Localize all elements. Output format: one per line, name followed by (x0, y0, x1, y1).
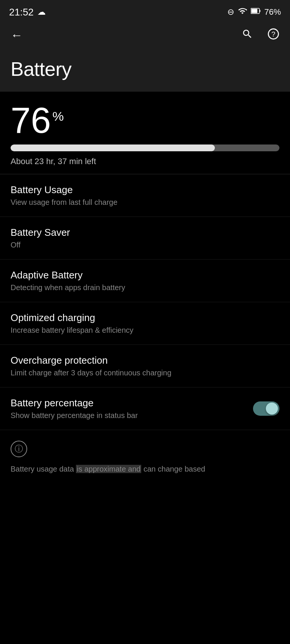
battery-usage-title: Battery Usage (11, 184, 279, 196)
battery-percentage-status: 76% (264, 7, 281, 17)
svg-rect-1 (251, 9, 257, 13)
battery-percentage-text: Battery percentage Show battery percenta… (11, 397, 253, 420)
page-title-area: Battery (0, 50, 290, 92)
battery-number-display: 76 % (11, 102, 279, 138)
battery-saver-title: Battery Saver (11, 227, 279, 238)
battery-usage-subtitle: View usage from last full charge (11, 198, 279, 207)
battery-big-number: 76 (11, 102, 51, 138)
battery-saver-subtitle: Off (11, 241, 279, 249)
battery-saver-item[interactable]: Battery Saver Off (0, 217, 290, 260)
battery-percentage-subtitle: Show battery percentage in status bar (11, 411, 253, 420)
info-footer: ⓘ Battery usage data is approximate and … (0, 430, 290, 482)
overcharge-protection-subtitle: Limit charge after 3 days of continuous … (11, 369, 279, 377)
battery-percentage-title: Battery percentage (11, 397, 253, 409)
optimized-charging-subtitle: Increase battery lifespan & efficiency (11, 326, 279, 335)
status-left: 21:52 ☁ (9, 6, 46, 18)
info-text-after: can change based (141, 465, 205, 473)
adaptive-battery-item[interactable]: Adaptive Battery Detecting when apps dra… (0, 260, 290, 302)
battery-percent-sign: % (52, 109, 64, 124)
info-text-before: Battery usage data (11, 465, 76, 473)
info-icon: ⓘ (11, 441, 27, 457)
info-footer-text: Battery usage data is approximate and ca… (11, 463, 279, 475)
adaptive-battery-title: Adaptive Battery (11, 269, 279, 281)
battery-progress-bar (11, 144, 279, 151)
overcharge-protection-item[interactable]: Overcharge protection Limit charge after… (0, 345, 290, 387)
content-area: 76 % About 23 hr, 37 min left Battery Us… (0, 92, 290, 482)
help-button[interactable]: ? (266, 26, 281, 44)
wifi-icon (238, 6, 247, 18)
battery-display: 76 % About 23 hr, 37 min left (0, 92, 290, 174)
page-title: Battery (11, 58, 279, 80)
overcharge-protection-title: Overcharge protection (11, 355, 279, 366)
toggle-knob (266, 403, 278, 415)
cloud-icon: ☁ (37, 7, 46, 17)
battery-icon (251, 6, 261, 18)
adaptive-battery-subtitle: Detecting when apps drain battery (11, 283, 279, 292)
status-right: ⊖ 76% (227, 6, 281, 18)
battery-progress-fill (11, 144, 215, 151)
svg-rect-2 (259, 10, 260, 12)
optimized-charging-item[interactable]: Optimized charging Increase battery life… (0, 302, 290, 345)
top-navigation-bar: ← ? (0, 23, 290, 50)
battery-percentage-toggle[interactable] (253, 401, 279, 416)
back-button[interactable]: ← (9, 27, 24, 44)
info-text-highlighted: is approximate and (76, 465, 141, 473)
optimized-charging-title: Optimized charging (11, 312, 279, 324)
do-not-disturb-icon: ⊖ (227, 7, 234, 17)
battery-usage-item[interactable]: Battery Usage View usage from last full … (0, 174, 290, 217)
svg-text:?: ? (271, 30, 275, 38)
battery-percentage-item[interactable]: Battery percentage Show battery percenta… (0, 387, 290, 430)
search-button[interactable] (240, 27, 255, 44)
battery-time-left: About 23 hr, 37 min left (11, 157, 279, 166)
top-bar-icons: ? (240, 26, 281, 44)
status-time: 21:52 (9, 6, 34, 18)
status-bar: 21:52 ☁ ⊖ 76% (0, 0, 290, 23)
